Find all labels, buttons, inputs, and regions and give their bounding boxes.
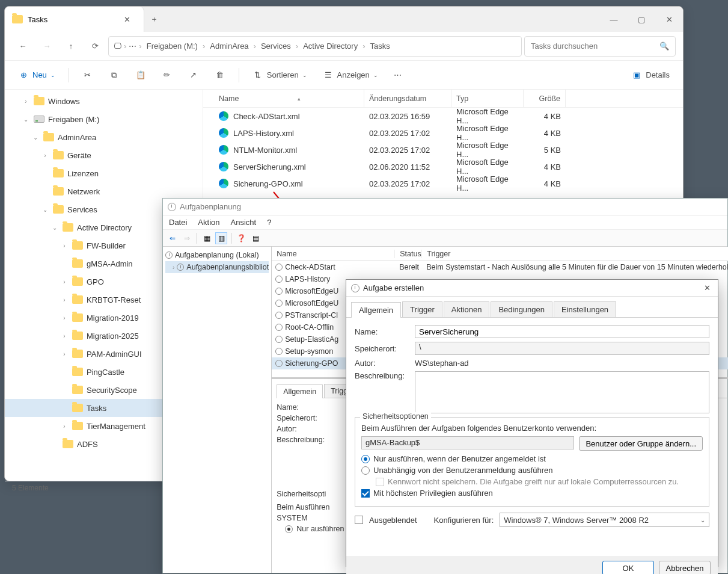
cancel-button[interactable]: Abbrechen	[659, 561, 711, 574]
tool-icon[interactable]: ▥	[215, 232, 227, 244]
check-highest-priv[interactable]	[361, 489, 370, 498]
minimize-button[interactable]: —	[600, 7, 628, 32]
task-name-input[interactable]	[415, 325, 709, 338]
tab-settings[interactable]: Einstellungen	[554, 301, 616, 317]
breadcrumb[interactable]: 🖵 › ⋯› Freigaben (M:)› AdminArea› Servic…	[108, 36, 522, 57]
tree-item[interactable]: ⌄Freigaben (M:)	[5, 110, 203, 128]
drive-icon	[34, 116, 44, 123]
info-icon: ▣	[631, 70, 642, 81]
paste-button[interactable]: 📋	[129, 65, 152, 85]
folder-icon	[53, 187, 64, 196]
sort-button[interactable]: ⇅ Sortieren⌄	[246, 65, 313, 85]
delete-button[interactable]: 🗑	[209, 65, 231, 85]
new-tab-button[interactable]: ＋	[144, 7, 164, 32]
configure-for-select[interactable]: Windows® 7, Windows Server™ 2008 R2 ⌄	[500, 513, 709, 527]
edge-icon	[219, 179, 228, 188]
file-row[interactable]: Check-ADStart.xml02.03.2025 16:59Microso…	[203, 108, 683, 125]
folder-icon	[72, 295, 83, 304]
back-button[interactable]: ←	[12, 37, 34, 56]
folder-icon	[72, 350, 83, 358]
tool-icon[interactable]: ▦	[201, 232, 213, 244]
ok-button[interactable]: OK	[602, 561, 654, 574]
forward-button[interactable]: →	[36, 37, 58, 56]
toolbar: ⊕ Neu ⌄ ✂ ⧉ 📋 ✏ ↗ 🗑 ⇅ Sortieren⌄ ☰ Anzei…	[5, 61, 683, 90]
radio-run-any[interactable]	[361, 466, 370, 475]
menu-help[interactable]: ?	[267, 218, 271, 227]
tree-root[interactable]: Aufgabenplanung (Lokal)	[165, 249, 269, 261]
file-row[interactable]: NTLM-Monitor.xml02.03.2025 17:02Microsof…	[203, 141, 683, 158]
view-button[interactable]: ☰ Anzeigen⌄	[317, 65, 384, 85]
menu-view[interactable]: Ansicht	[231, 218, 257, 227]
tab-actions[interactable]: Aktionen	[444, 301, 490, 317]
clock-icon	[351, 284, 359, 292]
folder-icon	[43, 133, 54, 141]
tool-icon[interactable]: ❓	[235, 232, 247, 244]
folder-icon	[72, 277, 83, 286]
maximize-button[interactable]: ▢	[628, 7, 655, 32]
scheduler-toolbar[interactable]: ⇐ ⇒ ▦ ▥ ❓ ▤	[163, 230, 727, 247]
clock-icon	[275, 300, 283, 307]
tab-conditions[interactable]: Bedingungen	[491, 301, 552, 317]
tree-item[interactable]: ⌄AdminArea	[5, 128, 203, 146]
tab-trigger[interactable]: Trigger	[402, 301, 442, 317]
folder-icon	[63, 440, 73, 448]
active-tab[interactable]: Tasks ✕	[5, 7, 144, 32]
task-row[interactable]: Check-ADStartBereitBeim Systemstart - Na…	[272, 261, 728, 273]
scheduler-menu[interactable]: Datei Aktion Ansicht ?	[163, 215, 727, 230]
folder-icon	[72, 313, 83, 322]
new-button[interactable]: ⊕ Neu ⌄	[12, 65, 61, 85]
file-row[interactable]: LAPS-History.xml02.03.2025 17:02Microsof…	[203, 125, 683, 141]
refresh-button[interactable]: ⟳	[84, 37, 106, 56]
rename-button[interactable]: ✏	[156, 65, 179, 85]
search-box[interactable]: 🔍	[524, 36, 676, 57]
nav-back-icon[interactable]: ⇐	[167, 232, 179, 244]
tree-library[interactable]: › Aufgabenplanungsbibliot	[165, 261, 269, 273]
copy-button[interactable]: ⧉	[103, 65, 126, 85]
folder-icon	[53, 169, 64, 177]
close-button[interactable]: ✕	[655, 7, 683, 32]
chevron-down-icon: ⌄	[700, 517, 705, 523]
column-headers[interactable]: Name▴ Änderungsdatum Typ Größe	[203, 90, 683, 108]
clock-icon	[275, 324, 283, 331]
menu-action[interactable]: Aktion	[198, 218, 219, 227]
file-row[interactable]: Sicherung-GPO.xml02.03.2025 17:02Microso…	[203, 175, 683, 192]
tab-general[interactable]: Allgemein	[351, 302, 401, 318]
file-row[interactable]: ServerSicherung.xml02.06.2020 11:52Micro…	[203, 158, 683, 175]
user-account: gMSA-Backup$	[361, 436, 574, 449]
nav-fwd-icon[interactable]: ⇒	[181, 232, 193, 244]
task-description-input[interactable]	[415, 371, 709, 413]
share-button[interactable]: ↗	[182, 65, 205, 85]
cut-button[interactable]: ✂	[76, 65, 99, 85]
check-no-password	[376, 478, 384, 486]
tool-icon[interactable]: ▤	[249, 232, 262, 244]
search-input[interactable]	[531, 42, 655, 51]
detail-tab-general[interactable]: Allgemein	[277, 384, 323, 398]
radio-icon[interactable]	[285, 525, 293, 533]
more-button[interactable]: ⋯	[388, 65, 408, 85]
tree-item[interactable]: ›Windows	[5, 92, 203, 110]
navbar: ← → ↑ ⟳ 🖵 › ⋯› Freigaben (M:)› AdminArea…	[5, 32, 683, 61]
tree-item[interactable]: ›Geräte	[5, 146, 203, 164]
pc-icon: 🖵	[114, 42, 121, 51]
edge-icon	[219, 162, 228, 171]
clock-icon	[275, 288, 283, 295]
up-button[interactable]: ↑	[60, 37, 82, 56]
tree-item[interactable]: Lizenzen	[5, 164, 203, 182]
radio-run-logged-in[interactable]	[361, 455, 370, 463]
chevron-down-icon: ⌄	[50, 72, 55, 78]
close-icon[interactable]: ✕	[701, 283, 713, 292]
folder-icon	[72, 259, 83, 268]
create-task-dialog: Aufgabe erstellen ✕ Allgemein Trigger Ak…	[346, 279, 718, 567]
menu-file[interactable]: Datei	[169, 218, 187, 227]
scheduler-tree[interactable]: Aufgabenplanung (Lokal) › Aufgabenplanun…	[163, 247, 272, 573]
folder-icon	[72, 332, 83, 340]
details-button[interactable]: ▣ Details	[625, 65, 676, 85]
change-user-button[interactable]: Benutzer oder Gruppe ändern...	[579, 436, 703, 451]
folder-icon	[72, 368, 83, 376]
edge-icon	[219, 145, 228, 155]
clock-icon	[275, 264, 283, 271]
list-icon: ☰	[323, 70, 334, 81]
close-tab-icon[interactable]: ✕	[117, 15, 136, 24]
check-hidden[interactable]	[355, 516, 363, 524]
folder-icon	[53, 205, 64, 214]
